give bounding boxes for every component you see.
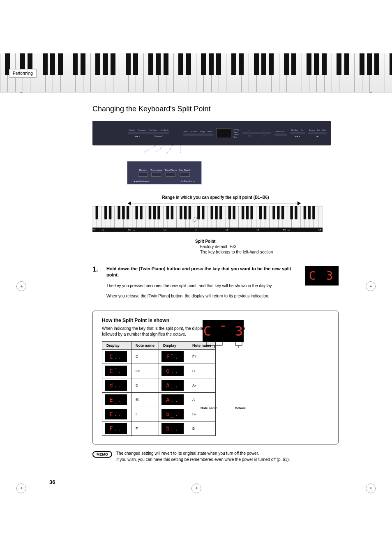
note-name-cell: B — [188, 421, 216, 435]
panel-sub: └─┘ — [248, 135, 251, 137]
step-instruction: Hold down the [Twin Piano] button and pr… — [106, 266, 300, 279]
svg-text:C8: C8 — [318, 228, 321, 231]
svg-rect-59 — [109, 206, 111, 219]
seven-segment-display: C.. — [105, 351, 127, 362]
svg-rect-90 — [304, 206, 306, 219]
panel-sub: └─┘ — [262, 135, 266, 137]
svg-rect-58 — [104, 206, 107, 219]
svg-line-0 — [142, 145, 156, 154]
svg-rect-73 — [197, 206, 200, 219]
step-text: The key you pressed becomes the new spli… — [106, 283, 300, 289]
crop-mark-icon: ✦ — [16, 484, 26, 493]
svg-rect-56 — [318, 206, 323, 228]
svg-line-2 — [166, 145, 173, 154]
seven-segment-display: b_. — [161, 409, 184, 419]
range-arrow — [92, 201, 339, 205]
svg-rect-57 — [96, 206, 98, 219]
svg-rect-79 — [233, 206, 235, 219]
svg-rect-68 — [166, 206, 169, 219]
memo-badge: MEMO — [92, 451, 112, 458]
panel-label: Piano — [184, 131, 188, 133]
note-name-cell: F — [131, 421, 159, 435]
svg-rect-71 — [184, 206, 187, 219]
table-row: d..DA_.A♭ — [102, 378, 216, 392]
seven-segment-display: F.. — [105, 423, 127, 434]
piano-keys-banner: for(let i=0;i<52;i++)document.write('<di… — [0, 53, 392, 92]
zoom-sub: └─ Function ─┘ — [181, 180, 196, 182]
svg-rect-69 — [171, 206, 173, 219]
panel-sub: ◄ ▬ ► — [295, 135, 300, 137]
crop-mark-icon: ✦ — [16, 281, 26, 291]
annotation-label: Note name — [201, 406, 217, 410]
page-number: 36 — [49, 479, 392, 485]
zoom-label: Transpose — [150, 169, 162, 171]
note-name-table: Display Note name Display Note name C..C… — [102, 341, 216, 436]
seven-segment-display: b.. — [161, 423, 184, 434]
svg-rect-76 — [215, 206, 217, 219]
section-heading: Changing the Keyboard's Split Point — [92, 105, 339, 113]
panel-label: Beat — [234, 136, 239, 138]
callout-note: The key belongs to the left-hand section — [200, 250, 339, 254]
table-row: C..CF¯.F♯ — [102, 349, 216, 364]
svg-text:C5: C5 — [226, 228, 228, 231]
panel-sub: └ Function ┘ — [154, 135, 163, 137]
annotation-label: Octave — [235, 406, 246, 410]
panel-label: Left — [317, 129, 320, 131]
note-name-cell: C♯ — [131, 364, 159, 378]
svg-rect-80 — [242, 206, 244, 219]
svg-text:B6: B6 — [283, 228, 286, 231]
seven-segment-display: G.. — [161, 366, 184, 376]
seven-segment-display: A_. — [161, 380, 184, 391]
panel-label: Accomp — [309, 129, 315, 131]
split-point-callout: Split Point Factory default: F♯3 The key… — [195, 239, 339, 254]
svg-rect-70 — [180, 206, 182, 219]
svg-text:C7: C7 — [288, 228, 291, 231]
svg-rect-64 — [140, 206, 142, 219]
seven-segment-display: A.. — [161, 394, 184, 405]
annotated-display: C ¯ 3 Note name Octave — [203, 320, 326, 410]
svg-text:B1: B1 — [128, 228, 131, 231]
zoom-label: Twin Piano — [164, 169, 176, 171]
panel-label: Twin Piano — [149, 129, 157, 131]
seven-segment-display: F¯. — [161, 351, 184, 362]
control-panel-graphic: Reverb Transpose Twin Piano Key Touch ◄ … — [92, 121, 331, 145]
panel-label: E. Piano — [191, 131, 197, 133]
table-row: C¯.C♯G..G — [102, 364, 216, 378]
svg-text:C1: C1 — [102, 228, 105, 231]
svg-rect-88 — [290, 206, 293, 219]
panel-label: Others — [208, 131, 212, 133]
svg-text:A0: A0 — [93, 228, 95, 231]
seven-segment-display: C 3 — [305, 266, 339, 286]
seven-segment-display: E_. — [105, 394, 127, 405]
svg-rect-83 — [259, 206, 262, 219]
table-header: Display — [159, 341, 188, 349]
svg-rect-62 — [127, 206, 129, 219]
svg-rect-72 — [189, 206, 191, 219]
info-box: How the Split Point is shown When indica… — [92, 311, 339, 444]
step-number: 1. — [92, 266, 101, 299]
panel-label: Display — [234, 129, 239, 131]
table-row: E..Eb_.B♭ — [102, 407, 216, 421]
note-name-cell: E — [131, 407, 159, 421]
panel-sub: ▬ — [316, 135, 318, 137]
svg-rect-65 — [149, 206, 151, 219]
svg-rect-66 — [153, 206, 156, 219]
note-name-cell: E♭ — [131, 392, 159, 407]
memo-text: If you wish, you can have this setting b… — [116, 456, 290, 463]
svg-rect-74 — [202, 206, 204, 219]
panel-label: Key Touch — [161, 129, 168, 131]
svg-rect-86 — [277, 206, 279, 219]
svg-line-1 — [154, 145, 164, 154]
svg-text:C4: C4 — [195, 228, 198, 231]
table-header: Display — [102, 341, 131, 349]
seven-segment-display: E.. — [105, 409, 127, 419]
step-text: When you release the [Twin Piano] button… — [106, 293, 300, 299]
svg-rect-63 — [135, 206, 138, 219]
svg-rect-92 — [312, 206, 315, 219]
zoom-label: Key Touch — [179, 169, 191, 171]
seven-segment-display: d.. — [105, 380, 127, 391]
svg-rect-84 — [264, 206, 266, 219]
svg-rect-87 — [281, 206, 284, 219]
panel-label: + — [263, 129, 264, 131]
svg-rect-77 — [219, 206, 222, 219]
